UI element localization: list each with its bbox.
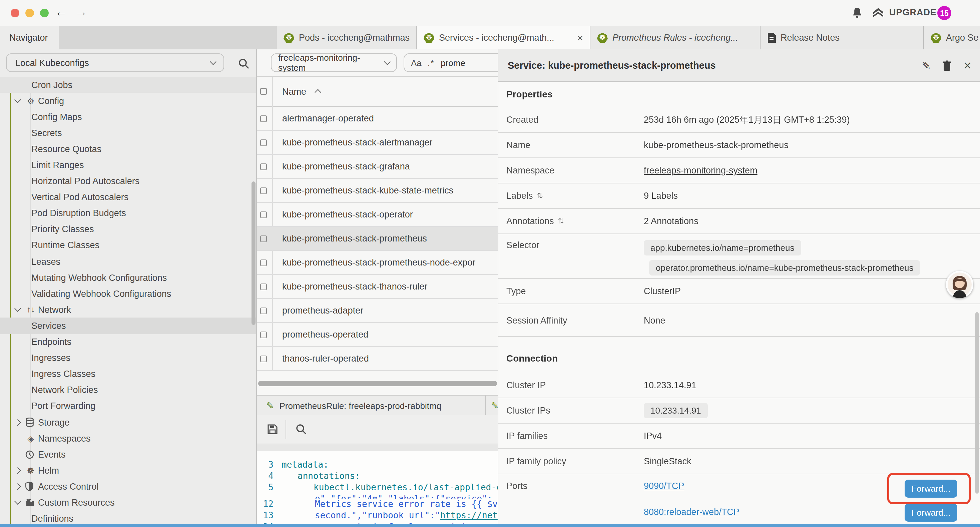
property-value: kube-prometheus-stack-prometheus [644,140,789,150]
edit-resource-icon[interactable]: ✎ [922,59,931,72]
close-window-button[interactable] [11,9,19,18]
namespace-link[interactable]: freeleaps-monitoring-system [644,166,757,175]
select-all-checkbox[interactable] [260,88,267,95]
yaml-editor[interactable]: 3metadata:4annotations:5kubectl.kubernet… [257,451,498,527]
sidebar-item-priority-classes[interactable]: Priority Classes [0,221,257,237]
table-row[interactable]: kube-prometheus-stack-operator [257,203,498,227]
sidebar-item-mutating-webhook-configurations[interactable]: Mutating Webhook Configurations [0,269,257,285]
horizontal-scrollbar[interactable] [258,381,497,386]
sidebar-item-validating-webhook-configurations[interactable]: Validating Webhook Configurations [0,285,257,301]
sidebar-item-ingress-classes[interactable]: Ingress Classes [0,366,257,382]
editor-search-icon[interactable] [296,424,307,435]
sidebar-item-helm[interactable]: ☸Helm [0,463,257,479]
sidebar-item-events[interactable]: Events [0,446,257,462]
table-row[interactable]: kube-prometheus-stack-alertmanager [257,131,498,155]
table-row[interactable]: kube-prometheus-stack-kube-state-metrics [257,179,498,203]
sort-updown-icon[interactable]: ⇅ [537,191,543,200]
table-row[interactable]: kube-prometheus-stack-grafana [257,155,498,179]
sort-updown-icon[interactable]: ⇅ [558,217,564,226]
row-checkbox[interactable] [260,212,267,218]
sidebar-item-secrets[interactable]: Secrets [0,125,257,141]
code-text: kubectl.kubernetes.io/last-applied-co [313,482,498,494]
sidebar-item-network[interactable]: ↑↓Network [0,302,257,318]
regex-toggle[interactable]: .* [428,58,434,68]
save-icon[interactable] [267,424,278,435]
sidebar-item-cron-jobs[interactable]: Cron Jobs [0,77,257,93]
port-link[interactable]: 8080:reloader-web/TCP [644,507,740,517]
tab-2[interactable]: ☸Services - icecheng@math...× [417,26,590,49]
sidebar-item-vertical-pod-autoscalers[interactable]: Vertical Pod Autoscalers [0,189,257,205]
row-checkbox[interactable] [260,236,267,242]
services-list-panel: freeleaps-monitoring-system Aa .* prome … [257,49,498,527]
column-header-name[interactable]: Name [282,86,306,96]
editor-tab-prometheusrule[interactable]: ✎ PrometheusRule: freeleaps-prod-rabbitm… [257,396,486,416]
tab-3[interactable]: ☸Prometheus Rules - icecheng... [590,26,760,49]
row-checkbox[interactable] [260,164,267,170]
tab-1[interactable]: ☸Pods - icecheng@mathmas... [277,26,417,49]
table-row[interactable]: thanos-ruler-operated [257,347,498,371]
row-checkbox[interactable] [260,355,267,362]
match-case-toggle[interactable]: Aa [411,58,422,68]
table-row[interactable]: alertmanager-operated [257,107,498,131]
row-checkbox[interactable] [260,115,267,122]
sidebar-item-access-control[interactable]: Access Control [0,479,257,495]
sidebar-item-config[interactable]: ⚙Config [0,93,257,109]
table-row[interactable]: prometheus-operated [257,323,498,347]
table-row[interactable]: kube-prometheus-stack-prometheus [257,227,498,251]
sidebar-item-ingresses[interactable]: Ingresses [0,350,257,366]
code-link[interactable]: https://net [440,510,498,522]
editor-tab-partial[interactable]: ✎ [486,396,498,416]
minimize-window-button[interactable] [25,9,34,18]
maximize-window-button[interactable] [40,9,49,18]
sidebar-item-leases[interactable]: Leases [0,253,257,269]
avatar[interactable] [946,271,973,298]
close-tab-icon[interactable]: × [573,33,583,43]
sidebar-item-namespaces[interactable]: ◈Namespaces [0,430,257,446]
list-search-input[interactable]: Aa .* prome [404,53,498,72]
layers-icon: ◈ [25,433,36,443]
upgrade-label[interactable]: UPGRADE [889,7,937,18]
row-checkbox[interactable] [260,331,267,338]
sidebar-item-endpoints[interactable]: Endpoints [0,334,257,350]
forward-icon[interactable]: → [75,5,88,19]
port-link[interactable]: 9090/TCP [644,481,684,491]
sidebar-item-port-forwarding[interactable]: Port Forwarding [0,398,257,414]
back-icon[interactable]: ← [55,5,67,19]
row-checkbox[interactable] [260,139,267,146]
row-checkbox[interactable] [260,188,267,194]
sidebar-item-limit-ranges[interactable]: Limit Ranges [0,157,257,173]
tab-bar: Navigator ☸Pods - icecheng@mathmas...☸Se… [0,26,980,49]
tab-navigator-header[interactable]: Navigator [0,26,59,49]
search-icon[interactable] [238,58,250,69]
sidebar-item-horizontal-pod-autoscalers[interactable]: Horizontal Pod Autoscalers [0,173,257,189]
sidebar-item-config-maps[interactable]: Config Maps [0,109,257,125]
sidebar-scrollbar[interactable] [251,182,256,325]
close-icon[interactable]: × [964,58,971,73]
sidebar-item-network-policies[interactable]: Network Policies [0,382,257,398]
sidebar-item-pod-disruption-budgets[interactable]: Pod Disruption Budgets [0,205,257,221]
tab-5[interactable]: ☸Argo Se [924,26,980,49]
table-row[interactable]: kube-prometheus-stack-prometheus-node-ex… [257,251,498,275]
service-name: kube-prometheus-stack-prometheus-node-ex… [257,258,475,267]
kubeconfig-select[interactable]: Local Kubeconfigs [6,53,224,72]
namespace-select[interactable]: freeleaps-monitoring-system [271,53,397,72]
sidebar-item-custom-resources[interactable]: Custom Resources [0,495,257,511]
table-row[interactable]: prometheus-adapter [257,299,498,323]
panel-scrollbar[interactable] [975,312,978,494]
sidebar-item-services[interactable]: Services [0,318,257,334]
table-row[interactable]: kube-prometheus-stack-thanos-ruler [257,275,498,299]
forward-button[interactable]: Forward... [905,504,957,522]
delete-trash-icon[interactable] [942,60,952,72]
table-header-row[interactable]: Name [257,77,498,107]
notification-count-badge[interactable]: 15 [937,6,951,20]
bell-icon[interactable] [851,7,863,19]
row-checkbox[interactable] [260,307,267,314]
tab-4[interactable]: Release Notes [760,26,924,49]
row-checkbox[interactable] [260,283,267,290]
sidebar-item-resource-quotas[interactable]: Resource Quotas [0,141,257,157]
row-checkbox[interactable] [260,260,267,266]
editor-tab-label: PrometheusRule: freeleaps-prod-rabbitmq [279,401,441,411]
sidebar-item-storage[interactable]: Storage [0,414,257,430]
upgrade-chevrons-icon[interactable] [872,7,885,19]
sidebar-item-runtime-classes[interactable]: Runtime Classes [0,237,257,253]
